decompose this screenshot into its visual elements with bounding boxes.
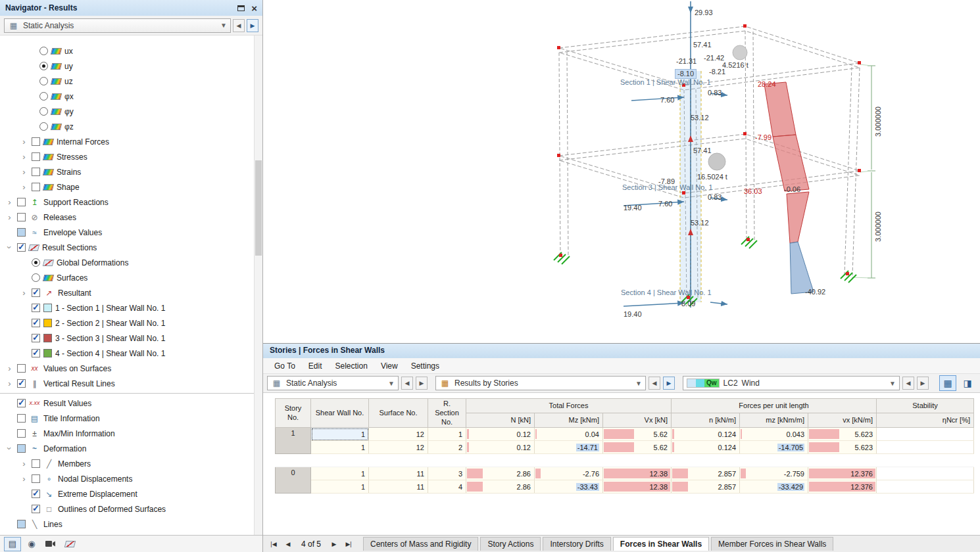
checkbox[interactable] xyxy=(32,288,40,297)
col-header-r-section[interactable]: R. Section No. xyxy=(428,399,466,428)
expand-arrow-icon[interactable]: › xyxy=(20,288,28,297)
checkbox[interactable] xyxy=(17,444,26,453)
tree-item-uz[interactable]: uz xyxy=(0,74,262,89)
col-header-eta-ncr[interactable]: ηNcr [%] xyxy=(877,413,974,428)
col-header-vx-unit[interactable]: vx [kN/m] xyxy=(808,413,877,428)
checkbox[interactable] xyxy=(17,399,26,407)
tab-member-forces-in-shear-walls[interactable]: Member Forces in Shear Walls xyxy=(711,537,833,551)
scrollbar-thumb[interactable] xyxy=(255,160,262,256)
radio-button[interactable] xyxy=(39,107,48,116)
last-record-button[interactable]: ▶| xyxy=(342,538,355,551)
radio-button[interactable] xyxy=(39,92,48,101)
checkbox[interactable] xyxy=(32,490,40,498)
float-window-icon[interactable] xyxy=(237,5,245,11)
cell-mz[interactable]: -2.76 xyxy=(535,467,603,480)
col-header-n[interactable]: N [kN] xyxy=(466,413,535,428)
navigator-tab-sections[interactable] xyxy=(61,537,78,551)
analysis-combo[interactable]: ▦ Static Analysis ▼ xyxy=(267,376,399,390)
checkbox[interactable] xyxy=(17,429,26,438)
checkbox[interactable] xyxy=(32,474,40,483)
cell-n[interactable]: 0.12 xyxy=(466,428,535,441)
tree-scrollbar[interactable] xyxy=(254,35,262,535)
tree-item-section-1[interactable]: 1 - Section 1 | Shear Wall No. 1 xyxy=(0,300,262,315)
cell-shear-wall[interactable]: 1 xyxy=(311,428,369,441)
cell-eta[interactable] xyxy=(877,467,974,480)
select-in-graphic-icon[interactable]: ▦ xyxy=(939,375,956,391)
cell-n[interactable]: 2.86 xyxy=(466,467,535,480)
checkbox[interactable] xyxy=(17,364,26,373)
col-header-vx[interactable]: Vx [kN] xyxy=(603,413,672,428)
menu-view[interactable]: View xyxy=(375,360,404,372)
sync-views-icon[interactable]: ◨ xyxy=(959,375,976,391)
expand-arrow-icon[interactable]: › xyxy=(20,137,28,146)
analysis-type-combo[interactable]: ▦ Static Analysis ▼ xyxy=(4,18,231,33)
checkbox[interactable] xyxy=(17,198,26,206)
results-mode-combo[interactable]: ▦ Results by Stories ▼ xyxy=(435,376,646,390)
cell-vx[interactable]: 5.62 xyxy=(603,428,672,441)
viewport[interactable]: 29.9357.41-21.31-21.424.5216 t-8.21-8.10… xyxy=(263,0,980,343)
tree-item-shape[interactable]: ›Shape xyxy=(0,179,262,195)
cell-n-unit[interactable]: 0.124 xyxy=(672,428,740,441)
navigator-tab-results[interactable]: ▤ xyxy=(4,537,21,551)
cell-vx-unit[interactable]: 5.623 xyxy=(808,428,877,441)
next-table-button[interactable]: ▶ xyxy=(663,377,675,390)
cell-vx-unit[interactable]: 12.376 xyxy=(808,480,877,494)
cell-shear-wall[interactable]: 1 xyxy=(311,441,369,454)
tab-centers-of-mass[interactable]: Centers of Mass and Rigidity xyxy=(363,537,478,551)
col-header-mz[interactable]: Mz [kNm] xyxy=(535,413,603,428)
expand-arrow-icon[interactable]: › xyxy=(20,459,28,468)
tree-item-ux[interactable]: ux xyxy=(0,43,262,58)
cell-r-section[interactable]: 2 xyxy=(428,441,466,454)
prev-load-case-button[interactable]: ◀ xyxy=(902,377,914,390)
tree-item-result-sections[interactable]: ›Result Sections xyxy=(0,240,262,255)
checkbox[interactable] xyxy=(32,349,40,357)
checkbox[interactable] xyxy=(32,168,40,176)
cell-n-unit[interactable]: 2.857 xyxy=(672,467,740,480)
tree-item-global-deformations[interactable]: Global Deformations xyxy=(0,255,262,270)
tree-item-internal-forces[interactable]: ›Internal Forces xyxy=(0,134,262,149)
col-header-story[interactable]: Story No. xyxy=(276,399,311,428)
tab-story-actions[interactable]: Story Actions xyxy=(480,537,541,551)
cell-vx[interactable]: 12.38 xyxy=(603,480,672,494)
cell-eta[interactable] xyxy=(877,480,974,494)
table-row[interactable]: 0 1 11 3 2.86 -2.76 12.38 2.857 -2.759 1… xyxy=(276,467,974,480)
expand-arrow-icon[interactable]: › xyxy=(20,474,28,483)
cell-shear-wall[interactable]: 1 xyxy=(311,467,369,480)
menu-edit[interactable]: Edit xyxy=(303,360,328,372)
checkbox[interactable] xyxy=(32,304,40,312)
story-number-cell[interactable]: 1 xyxy=(276,428,311,454)
tree-item-releases[interactable]: ›⊘Releases xyxy=(0,210,262,225)
radio-button[interactable] xyxy=(39,47,48,55)
expand-arrow-icon[interactable]: › xyxy=(5,213,14,221)
tree-item-values-on-surfaces[interactable]: ›xxValues on Surfaces xyxy=(0,361,262,376)
checkbox[interactable] xyxy=(32,319,40,327)
radio-button[interactable] xyxy=(39,122,48,131)
tree-item-members[interactable]: ›╱Members xyxy=(0,456,262,471)
checkbox[interactable] xyxy=(32,137,40,146)
tree-item-uy[interactable]: uy xyxy=(0,58,262,74)
col-header-shear-wall[interactable]: Shear Wall No. xyxy=(311,399,369,428)
table-row[interactable]: 1 11 4 2.86 -33.43 12.38 2.857 -33.429 1… xyxy=(276,480,974,494)
checkbox[interactable] xyxy=(17,228,26,237)
next-analysis-button[interactable]: ▶ xyxy=(247,19,258,32)
checkbox[interactable] xyxy=(32,334,40,342)
cell-mz[interactable]: -33.43 xyxy=(535,480,603,494)
cell-surface[interactable]: 11 xyxy=(369,467,428,480)
prev-result-button[interactable]: ◀ xyxy=(401,377,413,390)
camera-icon[interactable] xyxy=(42,537,59,551)
collapse-arrow-icon[interactable]: › xyxy=(5,444,14,453)
checkbox[interactable] xyxy=(17,414,26,423)
checkbox[interactable] xyxy=(32,183,40,191)
radio-button[interactable] xyxy=(39,62,48,70)
tree-item-outlines-deformed-surfaces[interactable]: □Outlines of Deformed Surfaces xyxy=(0,501,262,517)
cell-n[interactable]: 0.12 xyxy=(466,441,535,454)
expand-arrow-icon[interactable]: › xyxy=(20,152,28,161)
radio-button[interactable] xyxy=(32,258,40,267)
collapse-arrow-icon[interactable]: › xyxy=(5,243,14,252)
tree-item-extreme-displacement[interactable]: ↘Extreme Displacement xyxy=(0,486,262,501)
structure-3d-view[interactable] xyxy=(263,0,980,343)
tab-interstory-drifts[interactable]: Interstory Drifts xyxy=(543,537,610,551)
tree-item-phix[interactable]: φx xyxy=(0,89,262,104)
next-load-case-button[interactable]: ▶ xyxy=(917,377,929,390)
tree-item-stresses[interactable]: ›Stresses xyxy=(0,149,262,164)
